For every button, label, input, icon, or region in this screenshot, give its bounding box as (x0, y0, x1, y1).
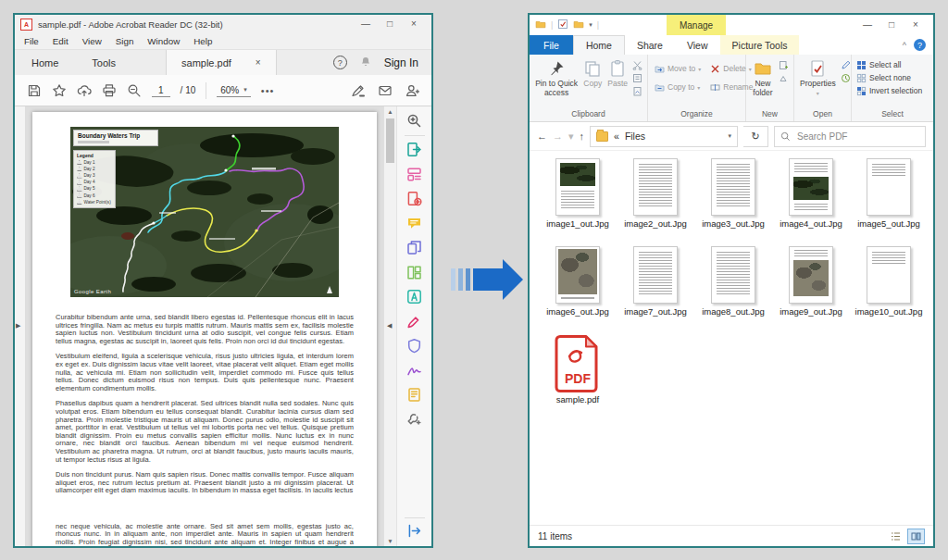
details-view-button[interactable] (887, 529, 904, 544)
envelope-icon[interactable] (378, 83, 393, 98)
save-icon[interactable] (27, 83, 42, 98)
select-all-button[interactable]: Select all (854, 58, 904, 71)
scroll-down-arrow[interactable]: ▼ (384, 538, 396, 544)
invert-selection-button[interactable]: Invert selection (854, 84, 924, 97)
export-pdf-icon[interactable] (406, 142, 422, 157)
breadcrumb[interactable]: « Files ▾ (590, 126, 738, 147)
page-scroll-area[interactable]: Boundary Waters Trip Legend Day 1 Day 2 … (26, 106, 383, 546)
file-item[interactable]: image8_out.Jpg (694, 246, 772, 334)
page-number-input[interactable]: 1 (152, 84, 170, 97)
thumbnail-view-button[interactable] (907, 529, 925, 544)
maximize-button[interactable]: □ (879, 17, 904, 33)
star-icon[interactable] (52, 83, 67, 98)
refresh-button[interactable]: ↻ (743, 126, 768, 147)
file-thumbnail[interactable] (633, 246, 678, 304)
folder-icon[interactable] (535, 19, 546, 31)
file-thumbnail[interactable] (789, 158, 833, 216)
certificates-icon[interactable] (406, 363, 422, 379)
expand-left-panel-icon[interactable]: ▶ (16, 322, 20, 330)
file-item[interactable]: image3_out.Jpg (694, 158, 772, 246)
file-item-pdf[interactable]: PDFsample.pdf (539, 334, 617, 422)
comment-icon[interactable] (406, 216, 422, 231)
file-item[interactable]: image9_out.Jpg (772, 246, 850, 334)
sign-pen-icon[interactable] (351, 83, 366, 98)
maximize-button[interactable]: □ (378, 16, 402, 32)
copy-button[interactable]: Copy (580, 57, 605, 91)
file-item[interactable]: image10_out.Jpg (850, 246, 928, 334)
menu-edit[interactable]: Edit (53, 36, 69, 46)
collapse-tools-panel-icon[interactable]: ◀ (387, 322, 392, 330)
tab-file[interactable]: File (530, 35, 573, 55)
manage-context-tab[interactable]: Manage (667, 15, 726, 35)
back-button[interactable]: ← (537, 131, 547, 142)
tab-picture-tools[interactable]: Picture Tools (720, 35, 800, 55)
create-pdf-icon[interactable] (406, 167, 422, 182)
file-item[interactable]: image6_out.Jpg (539, 246, 617, 334)
file-thumbnail[interactable] (867, 158, 911, 216)
menu-file[interactable]: File (24, 36, 39, 46)
properties-checkbox-icon[interactable] (557, 19, 568, 31)
stamp-icon[interactable] (406, 387, 422, 403)
more-tools-overflow-button[interactable]: ••• (261, 85, 275, 96)
file-thumbnail[interactable] (711, 246, 755, 304)
properties-button[interactable]: Properties ▾ (797, 57, 839, 98)
tab-tools[interactable]: Tools (75, 50, 132, 75)
history-icon[interactable] (841, 73, 851, 83)
new-item-icon[interactable] (779, 60, 789, 70)
explorer-help-icon[interactable]: ? (914, 39, 926, 51)
search-input[interactable] (795, 131, 919, 143)
close-button[interactable]: × (402, 16, 426, 32)
paste-button[interactable]: Paste (605, 57, 630, 91)
zoom-tools-icon[interactable] (406, 113, 422, 129)
cut-icon[interactable] (632, 60, 642, 70)
paste-shortcut-icon[interactable] (632, 86, 642, 96)
file-thumbnail[interactable] (633, 158, 678, 216)
file-thumbnail[interactable] (867, 246, 911, 304)
close-button[interactable]: × (904, 17, 928, 33)
pin-to-quick-access-button[interactable]: Pin to Quick access (532, 57, 580, 99)
menu-view[interactable]: View (82, 36, 102, 46)
move-to-button[interactable]: Move to▾ (653, 62, 703, 75)
edit-pdf-icon[interactable] (406, 191, 422, 206)
more-tools-icon[interactable] (406, 412, 422, 428)
new-folder-quick-icon[interactable] (573, 19, 584, 31)
search-box[interactable] (774, 126, 926, 147)
fill-sign-icon[interactable] (406, 314, 422, 330)
file-item[interactable]: image2_out.Jpg (617, 158, 694, 246)
copy-path-icon[interactable] (632, 73, 642, 83)
breadcrumb-chevrons[interactable]: « (614, 131, 619, 142)
tab-home[interactable]: Home (15, 50, 75, 75)
chevron-down-icon[interactable]: ▾ (728, 132, 731, 140)
menu-sign[interactable]: Sign (116, 36, 134, 46)
file-thumbnail[interactable] (711, 158, 755, 216)
minimize-button[interactable]: — (855, 17, 879, 33)
file-thumbnail[interactable] (555, 246, 600, 304)
compress-pdf-icon[interactable] (406, 289, 422, 305)
file-thumbnail[interactable] (789, 246, 833, 304)
forward-button[interactable]: → (553, 131, 563, 142)
recent-locations-icon[interactable]: ▾ (568, 131, 574, 143)
easy-access-icon[interactable] (779, 73, 789, 83)
notifications-bell-icon[interactable] (360, 56, 371, 69)
print-icon[interactable] (102, 83, 117, 98)
add-person-icon[interactable] (405, 83, 419, 98)
file-thumbnail[interactable] (555, 158, 600, 216)
combine-files-icon[interactable] (406, 240, 422, 255)
tab-home[interactable]: Home (573, 35, 625, 55)
file-item[interactable]: image1_out.Jpg (539, 158, 617, 246)
scroll-up-arrow[interactable]: ▲ (384, 108, 396, 115)
select-none-button[interactable]: Select none (854, 71, 913, 84)
pdf-file-icon[interactable]: PDF (554, 334, 602, 392)
zoom-out-icon[interactable] (127, 83, 142, 98)
open-tools-panel-icon[interactable] (406, 523, 422, 539)
tab-view[interactable]: View (675, 35, 720, 55)
new-folder-button[interactable]: New folder (749, 57, 777, 99)
file-item[interactable]: image4_out.Jpg (772, 158, 850, 246)
customize-quick-access-icon[interactable]: ▾ (589, 21, 592, 29)
breadcrumb-folder[interactable]: Files (625, 131, 645, 142)
minimize-button[interactable]: — (354, 16, 378, 32)
help-icon[interactable]: ? (333, 56, 347, 69)
zoom-level-dropdown[interactable]: 60% ▾ (217, 84, 251, 97)
minimize-ribbon-icon[interactable]: ^ (903, 41, 906, 50)
edit-icon[interactable] (841, 60, 851, 70)
